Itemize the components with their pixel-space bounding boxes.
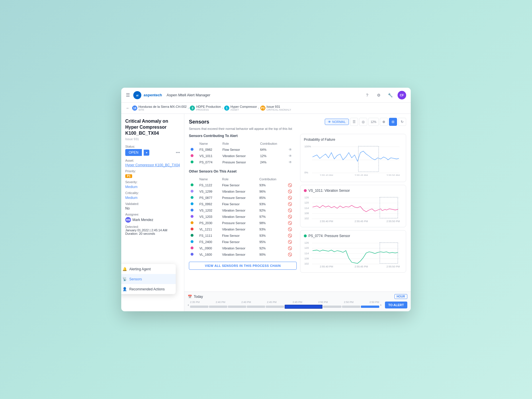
visibility-toggle[interactable]: 👁 xyxy=(289,160,292,164)
visibility-toggle[interactable]: 🚫 xyxy=(288,253,292,257)
visibility-toggle[interactable]: 🚫 xyxy=(288,183,292,187)
sensor-contrib: 93% xyxy=(258,226,286,232)
visibility-toggle[interactable]: 🚫 xyxy=(288,227,292,231)
bc-issue[interactable]: P3 Issue 931 CRITICAL ANOMALY xyxy=(260,105,291,111)
bc-badge-process: 3 xyxy=(190,105,195,111)
table-row: FS_2400 Flow Sensor 95% 🚫 xyxy=(189,239,297,245)
visibility-toggle[interactable]: 🚫 xyxy=(288,202,292,206)
sensor-role: Vibration Sensor xyxy=(220,207,258,214)
visibility-toggle[interactable]: 🚫 xyxy=(288,246,292,250)
avatar[interactable]: CF xyxy=(398,91,406,99)
visibility-toggle[interactable]: 🚫 xyxy=(288,221,292,225)
timeline-seg[interactable] xyxy=(209,306,227,308)
list-view-btn[interactable]: ☰ xyxy=(350,118,358,126)
criticality-value[interactable]: Medium xyxy=(125,196,138,200)
svg-text:2:55:40 PM: 2:55:40 PM xyxy=(320,174,333,176)
bc-process[interactable]: 3 HDPE Production PROCESS xyxy=(190,105,221,111)
timeline-next[interactable]: › xyxy=(380,303,382,307)
back-button[interactable]: ← xyxy=(126,106,130,110)
view-all-sensors-button[interactable]: VIEW ALL SENSORS IN THIS PROCESS CHAIN xyxy=(189,262,297,270)
asset-value[interactable]: Hyper Compressor K100_BC_TX04 xyxy=(125,163,180,167)
visibility-toggle[interactable]: 👁 xyxy=(289,154,292,158)
visibility-toggle[interactable]: 👁 xyxy=(289,148,292,152)
sensor-contrib: 85% xyxy=(258,195,286,201)
svg-text:108: 108 xyxy=(304,212,309,215)
more-options-button[interactable]: ••• xyxy=(176,150,180,155)
nav-item-alerting[interactable]: 🔔 Alerting Agent xyxy=(121,264,176,274)
ps-dot xyxy=(304,234,307,237)
asset-field: Asset: Hyper Compressor K100_BC_TX04 xyxy=(125,159,180,167)
visibility-toggle[interactable]: 🚫 xyxy=(288,189,292,193)
visibility-toggle[interactable]: 🚫 xyxy=(288,196,292,200)
time-mark: 2:50 PM xyxy=(369,301,379,304)
sensor-dot xyxy=(191,228,193,230)
table-row: VS_1299 Vibration Sensor 96% 🚫 xyxy=(189,188,297,195)
timeline-seg[interactable] xyxy=(247,306,265,308)
menu-icon[interactable]: ☰ xyxy=(126,92,130,98)
timeline-seg[interactable] xyxy=(228,306,246,308)
svg-text:2:55:50 PM: 2:55:50 PM xyxy=(386,265,400,268)
visibility-toggle[interactable]: 🚫 xyxy=(288,215,292,219)
svg-text:at: at xyxy=(136,94,138,97)
sensors-header: Sensors 👁 NORMAL ☰ ◎ 12% ⊕ ⊞ ↻ xyxy=(189,118,406,126)
grid-view-btn[interactable]: ⊞ xyxy=(389,118,397,126)
visibility-toggle[interactable]: 🚫 xyxy=(288,234,292,238)
prob-chart-container: 100% 0% xyxy=(304,144,402,178)
help-icon[interactable]: ? xyxy=(363,91,371,99)
nav-item-sensors[interactable]: 📡 Sensors xyxy=(121,274,176,284)
sensor-role: Flow Sensor xyxy=(220,232,258,239)
timeline-prev[interactable]: ‹ xyxy=(188,303,189,307)
settings-icon[interactable]: ⚙ xyxy=(375,91,383,99)
table-row: FS_0992 Flow Sensor 93% 🚫 xyxy=(189,201,297,207)
timeline-today: 📅 Today xyxy=(188,295,203,299)
vs-chart-svg: 126 120 114 108 102 xyxy=(304,195,402,222)
status-label: Status: xyxy=(125,145,180,148)
timeline-seg[interactable] xyxy=(323,306,341,308)
svg-text:0%: 0% xyxy=(304,171,308,174)
sensor-dot xyxy=(191,247,193,249)
visibility-toggle[interactable]: 🚫 xyxy=(288,208,292,212)
sensor-contrib: 90% xyxy=(258,251,286,258)
svg-text:2:55:50 PM: 2:55:50 PM xyxy=(386,174,400,176)
svg-text:2:55:45 PM: 2:55:45 PM xyxy=(355,265,368,268)
zoom-in-btn[interactable]: ⊕ xyxy=(380,118,388,126)
filter-btn[interactable]: ◎ xyxy=(359,118,367,126)
timeline-seg[interactable] xyxy=(342,306,360,308)
svg-text:2:55:45 PM: 2:55:45 PM xyxy=(355,174,368,176)
timeline-seg[interactable] xyxy=(361,306,379,308)
svg-text:100%: 100% xyxy=(304,145,311,148)
bc-asset[interactable]: 1 Hyper Compressor ASSET xyxy=(224,105,257,111)
timeline-seg[interactable] xyxy=(266,306,284,308)
content-row: Sensors Contributing To Alert Name Role … xyxy=(189,134,406,292)
refresh-btn[interactable]: ↻ xyxy=(398,118,406,126)
logo-icon: at xyxy=(133,91,141,99)
svg-rect-7 xyxy=(358,146,379,172)
open-button[interactable]: OPEN xyxy=(125,149,142,156)
timeline-seg-active[interactable] xyxy=(285,305,322,309)
zoom-value[interactable]: 12% xyxy=(368,118,379,126)
table-row: PS_0877 Pressure Sensor 85% 🚫 xyxy=(189,195,297,201)
sensor-role: Vibration Sensor xyxy=(220,245,258,251)
vs-chart-title: VS_1011: Vibration Sensor xyxy=(304,189,402,193)
col-role-header: Role xyxy=(221,141,259,146)
hour-button[interactable]: HOUR xyxy=(394,294,407,299)
prob-failure-chart-card: Probability of Failure 100% 0% xyxy=(300,134,406,182)
visibility-toggle[interactable]: 🚫 xyxy=(288,240,292,244)
time-mark: 2:50 PM xyxy=(344,301,354,304)
bc-site[interactable]: 18 Honduras de la Sierra MX-CH-002 SITE xyxy=(132,105,187,111)
vs-chart-card: VS_1011: Vibration Sensor 126 120 114 10… xyxy=(300,185,406,227)
sensor-contrib: 64% xyxy=(259,146,287,153)
svg-text:2:55:40 PM: 2:55:40 PM xyxy=(320,265,333,268)
bc-site-name: Honduras de la Sierra MX-CH-002 xyxy=(138,105,187,108)
severity-value[interactable]: Medium xyxy=(125,185,138,189)
sensor-name: FS_1111 xyxy=(197,232,220,239)
header: ☰ at aspentech Aspen Mtell Alert Manager… xyxy=(121,88,411,103)
to-alert-button[interactable]: TO ALERT xyxy=(385,302,407,308)
status-dropdown[interactable]: ▾ xyxy=(144,150,149,156)
notifications-icon[interactable]: 🔧 xyxy=(386,91,394,99)
sensor-dot xyxy=(191,221,193,224)
charts-area: Probability of Failure 100% 0% xyxy=(300,134,406,292)
timeline-seg[interactable] xyxy=(190,306,208,308)
nav-item-recommended[interactable]: 👤 Recommended Actions xyxy=(121,284,176,294)
normal-view-btn[interactable]: 👁 NORMAL xyxy=(325,119,349,125)
